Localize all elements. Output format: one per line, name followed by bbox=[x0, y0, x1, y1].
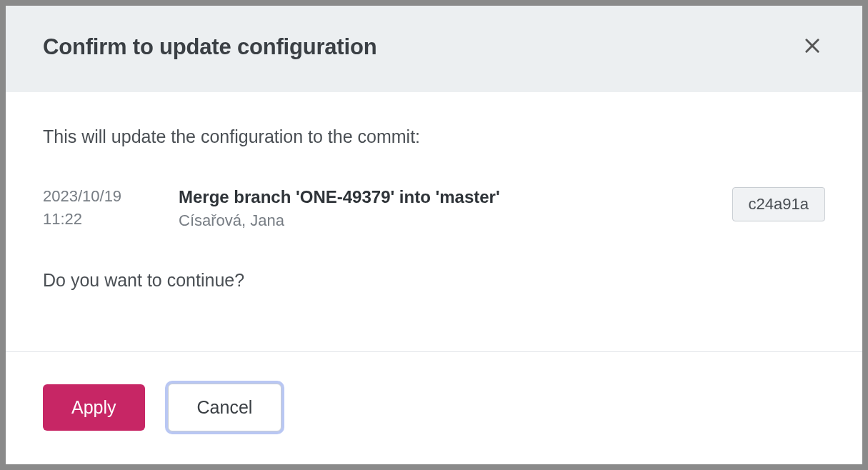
commit-info: Merge branch 'ONE-49379' into 'master' C… bbox=[179, 187, 704, 230]
intro-text: This will update the configuration to th… bbox=[43, 126, 825, 147]
commit-date: 2023/10/19 bbox=[43, 187, 150, 206]
confirm-text: Do you want to continue? bbox=[43, 270, 825, 291]
dialog-body: This will update the configuration to th… bbox=[6, 92, 862, 351]
close-button[interactable] bbox=[799, 33, 825, 61]
commit-time: 11:22 bbox=[43, 210, 150, 229]
apply-button[interactable]: Apply bbox=[43, 384, 145, 431]
dialog-footer: Apply Cancel bbox=[6, 351, 862, 464]
commit-datetime: 2023/10/19 11:22 bbox=[43, 187, 150, 229]
close-icon bbox=[802, 36, 822, 58]
commit-author: Císařová, Jana bbox=[179, 211, 704, 230]
commit-hash-badge: c24a91a bbox=[732, 187, 825, 221]
dialog-header: Confirm to update configuration bbox=[6, 6, 862, 92]
confirm-update-dialog: Confirm to update configuration This wil… bbox=[6, 6, 862, 464]
commit-row: 2023/10/19 11:22 Merge branch 'ONE-49379… bbox=[43, 187, 825, 230]
cancel-button[interactable]: Cancel bbox=[168, 384, 282, 431]
dialog-title: Confirm to update configuration bbox=[43, 34, 376, 60]
commit-message: Merge branch 'ONE-49379' into 'master' bbox=[179, 187, 704, 207]
